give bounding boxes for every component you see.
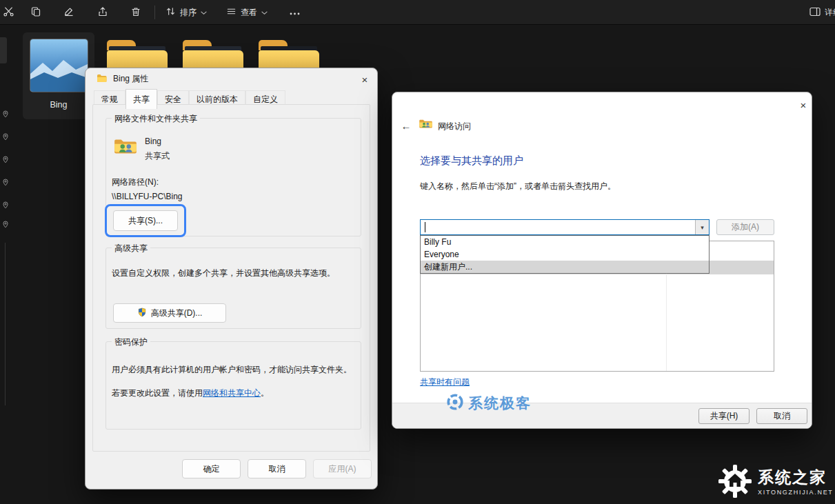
password-protection-group: 密码保护 用户必须具有此计算机的用户帐户和密码，才能访问共享文件夹。 若要更改此… [105, 341, 361, 430]
group-title: 密码保护 [112, 336, 150, 348]
close-button[interactable]: × [794, 97, 812, 113]
cancel-label: 取消 [774, 410, 790, 422]
apply-label: 应用(A) [329, 463, 356, 475]
more-options-button[interactable] [285, 3, 304, 22]
details-pane-icon [809, 7, 821, 19]
folder-icon [97, 74, 108, 85]
user-combobox-input[interactable] [421, 220, 695, 234]
cancel-button[interactable]: 取消 [756, 408, 807, 424]
sort-icon [165, 6, 176, 19]
line2-suffix: 。 [261, 388, 269, 398]
tab-sharing[interactable]: 共享 [125, 89, 157, 109]
network-access-icon [419, 118, 433, 132]
pin-icon[interactable] [2, 156, 9, 165]
jiker-logo-icon [446, 393, 464, 413]
toolbar-divider [154, 6, 155, 19]
share-button[interactable]: 共享(S)... [113, 210, 178, 231]
apply-button[interactable]: 应用(A) [313, 459, 372, 478]
view-icon [226, 6, 237, 19]
cancel-button[interactable]: 取消 [248, 459, 306, 478]
jiker-watermark: 系统极客 [446, 393, 532, 413]
advanced-sharing-description: 设置自定义权限，创建多个共享，并设置其他高级共享选项。 [112, 268, 354, 279]
dropdown-item-create-new-user[interactable]: 创建新用户... [421, 261, 709, 273]
scissors-icon [3, 6, 14, 19]
close-icon: × [362, 74, 368, 85]
chevron-down-icon [261, 8, 268, 17]
add-button[interactable]: 添加(A) [716, 219, 774, 235]
desktop-stage: 排序 查看 详细 [0, 0, 835, 504]
trouble-sharing-link[interactable]: 共享时有问题 [420, 376, 470, 388]
chevron-down-icon [201, 8, 207, 17]
rename-icon [63, 6, 74, 19]
jiker-watermark-text: 系统极客 [468, 394, 532, 413]
trash-icon [130, 6, 141, 19]
site-watermark: 系统之家 XITONGZHIJIA.NET [718, 465, 834, 500]
bing-folder-thumbnail [30, 39, 88, 92]
password-protection-line2: 若要更改此设置，请使用网络和共享中心。 [112, 387, 354, 399]
view-label: 查看 [241, 7, 257, 19]
sort-button[interactable]: 排序 [161, 3, 211, 22]
ok-button[interactable]: 确定 [182, 459, 241, 478]
user-dropdown-list: Billy Fu Everyone 创建新用户... [420, 235, 710, 274]
back-arrow-icon: ← [401, 120, 412, 132]
user-combobox: ▾ [420, 219, 710, 235]
group-title: 网络文件和文件夹共享 [112, 113, 200, 125]
rename-button[interactable] [59, 3, 79, 22]
properties-dialog: Bing 属性 × 常规 共享 安全 以前的版本 自定义 网络文件和文件夹共享 … [85, 68, 378, 490]
pin-icon[interactable] [2, 133, 9, 143]
choose-people-heading: 选择要与其共享的用户 [420, 154, 523, 168]
instruction-text: 键入名称，然后单击“添加”，或者单击箭头查找用户。 [420, 181, 616, 192]
network-path-value: \\BILLYFU-PC\Bing [112, 192, 182, 201]
copy-button[interactable] [26, 3, 46, 22]
share-confirm-label: 共享(H) [710, 410, 738, 422]
shared-folder-icon [113, 137, 138, 159]
advanced-sharing-button-label: 高级共享(D)... [151, 308, 203, 319]
folder-item-label: Bing [23, 100, 94, 110]
network-sharing-group: 网络文件和文件夹共享 Bing 共享式 网络路径(N): \\BILLYFU-P… [105, 118, 361, 236]
line2-prefix: 若要更改此设置，请使用 [112, 388, 203, 398]
share-button-label: 共享(S)... [128, 215, 163, 227]
shared-folder-name: Bing [145, 137, 161, 146]
share-icon [97, 6, 108, 19]
share-state: 共享式 [145, 150, 170, 162]
pin-icon[interactable] [2, 201, 9, 211]
dropdown-item-everyone[interactable]: Everyone [421, 248, 709, 261]
share-toolbar-button[interactable] [93, 3, 112, 22]
close-button[interactable]: × [355, 71, 374, 88]
pin-icon[interactable] [2, 110, 9, 120]
network-path-label: 网络路径(N): [112, 177, 159, 188]
ok-label: 确定 [203, 463, 220, 475]
copy-icon [30, 6, 41, 19]
view-button[interactable]: 查看 [222, 3, 272, 22]
combobox-dropdown-button[interactable]: ▾ [695, 220, 709, 234]
dropdown-item-billy-fu[interactable]: Billy Fu [421, 236, 709, 248]
network-sharing-center-link[interactable]: 网络和共享中心 [203, 388, 261, 398]
advanced-sharing-button[interactable]: 高级共享(D)... [113, 303, 226, 323]
pin-icon[interactable] [2, 221, 9, 230]
pin-icon[interactable] [2, 179, 9, 188]
add-button-label: 添加(A) [732, 221, 759, 233]
folder-item-bing[interactable]: Bing [23, 32, 94, 119]
explorer-toolbar: 排序 查看 详细 [0, 0, 835, 25]
dialog-title: 网络访问 [438, 121, 471, 132]
back-button[interactable]: ← [398, 119, 414, 132]
partial-list-item [0, 37, 7, 63]
chevron-down-icon: ▾ [701, 224, 704, 231]
network-access-dialog: × ← 网络访问 选择要与其共享的用户 键入名称，然后单击“添加”，或者单击箭头… [392, 92, 812, 429]
share-confirm-button[interactable]: 共享(H) [698, 408, 750, 424]
close-icon: × [801, 99, 807, 111]
details-label: 详细 [825, 7, 835, 19]
advanced-sharing-group: 高级共享 设置自定义权限，创建多个共享，并设置其他高级共享选项。 高级共享(D)… [105, 248, 361, 329]
ellipsis-icon [290, 8, 300, 17]
sidebar-divider [5, 243, 6, 405]
details-pane-button[interactable]: 详细 [805, 3, 835, 22]
text-caret [425, 222, 425, 232]
sort-label: 排序 [180, 7, 197, 19]
dialog-titlebar: Bing 属性 [97, 73, 148, 85]
uac-shield-icon [137, 308, 147, 319]
password-protection-line1: 用户必须具有此计算机的用户帐户和密码，才能访问共享文件夹。 [112, 364, 354, 376]
group-title: 高级共享 [112, 243, 150, 254]
cut-button[interactable] [0, 3, 19, 22]
cancel-label: 取消 [269, 463, 285, 475]
delete-button[interactable] [126, 3, 145, 22]
